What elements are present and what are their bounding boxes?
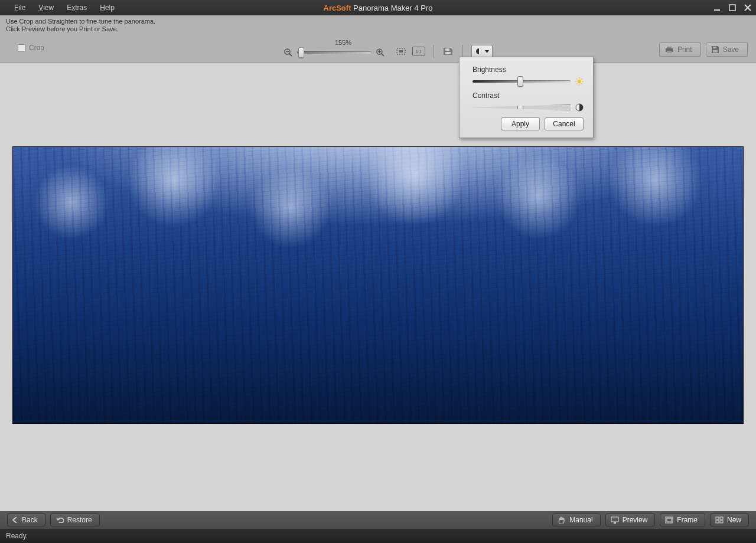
svg-rect-38 bbox=[720, 521, 723, 523]
restore-button[interactable]: Restore bbox=[50, 513, 100, 526]
zoom-value: 155% bbox=[317, 39, 351, 46]
svg-rect-20 bbox=[713, 50, 718, 53]
undo-icon bbox=[56, 517, 64, 523]
svg-rect-34 bbox=[667, 518, 672, 522]
hint-text: Use Crop and Straighten to fine-tune the… bbox=[0, 15, 756, 35]
svg-line-27 bbox=[581, 83, 582, 84]
maximize-button[interactable] bbox=[728, 3, 737, 12]
svg-line-8 bbox=[382, 54, 384, 56]
zoom-slider-thumb[interactable] bbox=[298, 47, 304, 58]
save-as-icon[interactable] bbox=[442, 46, 454, 57]
zoom-in-icon[interactable] bbox=[375, 47, 386, 58]
apply-button[interactable]: Apply bbox=[501, 117, 540, 130]
crop-label: Crop bbox=[29, 44, 44, 52]
close-button[interactable] bbox=[743, 3, 752, 12]
zoom-slider[interactable] bbox=[297, 51, 372, 54]
brightness-label: Brightness bbox=[472, 66, 584, 74]
separator bbox=[434, 45, 434, 58]
svg-rect-19 bbox=[713, 47, 716, 48]
contrast-label: Contrast bbox=[472, 91, 584, 100]
svg-line-5 bbox=[289, 54, 292, 56]
arrow-left-icon bbox=[12, 517, 18, 523]
toolbar: Crop 155% 1:1 bbox=[0, 35, 756, 63]
brightness-contrast-dropdown[interactable] bbox=[471, 45, 493, 58]
manual-button[interactable]: Manual bbox=[552, 513, 600, 526]
printer-icon bbox=[664, 45, 674, 54]
menu-bar: File View Extras Help bbox=[0, 2, 120, 14]
svg-rect-31 bbox=[611, 517, 618, 522]
menu-view[interactable]: View bbox=[32, 2, 60, 14]
window-title: ArcSoft Panorama Maker 4 Pro bbox=[324, 4, 433, 12]
crop-checkbox[interactable]: Crop bbox=[18, 44, 44, 52]
grid-icon bbox=[715, 516, 724, 524]
svg-rect-13 bbox=[445, 48, 449, 51]
hand-icon bbox=[558, 516, 566, 524]
svg-line-26 bbox=[576, 78, 578, 80]
svg-rect-17 bbox=[667, 47, 672, 48]
canvas-area bbox=[2, 63, 754, 511]
sun-icon bbox=[575, 77, 584, 86]
checkbox-icon bbox=[18, 44, 25, 52]
status-text: Ready. bbox=[6, 532, 28, 540]
fit-screen-icon[interactable] bbox=[396, 46, 406, 57]
svg-rect-14 bbox=[445, 52, 451, 54]
print-button[interactable]: Print bbox=[659, 42, 701, 57]
svg-rect-1 bbox=[729, 5, 735, 11]
title-bar: File View Extras Help ArcSoft Panorama M… bbox=[0, 0, 756, 15]
menu-file[interactable]: File bbox=[8, 2, 31, 14]
actual-size-button[interactable]: 1:1 bbox=[412, 47, 425, 56]
frame-icon bbox=[665, 516, 673, 524]
svg-rect-37 bbox=[716, 521, 719, 523]
panorama-image[interactable] bbox=[12, 146, 744, 424]
contrast-icon bbox=[575, 103, 584, 112]
brightness-slider[interactable] bbox=[472, 80, 571, 83]
svg-line-28 bbox=[581, 78, 582, 80]
svg-line-29 bbox=[576, 83, 578, 84]
save-button[interactable]: Save bbox=[706, 42, 748, 57]
svg-rect-36 bbox=[720, 517, 723, 519]
preview-button[interactable]: Preview bbox=[605, 513, 656, 526]
brightness-contrast-panel: Brightness Contrast Apply Cancel bbox=[459, 57, 594, 138]
new-button[interactable]: New bbox=[710, 513, 749, 526]
menu-extras[interactable]: Extras bbox=[61, 2, 93, 14]
frame-button[interactable]: Frame bbox=[660, 513, 705, 526]
cancel-button[interactable]: Cancel bbox=[545, 117, 584, 130]
contrast-slider[interactable] bbox=[472, 104, 571, 110]
svg-point-21 bbox=[578, 80, 581, 83]
minimize-button[interactable] bbox=[712, 3, 722, 12]
svg-rect-35 bbox=[716, 517, 719, 519]
brightness-slider-thumb[interactable] bbox=[517, 76, 523, 87]
svg-rect-18 bbox=[667, 51, 672, 53]
svg-rect-12 bbox=[399, 50, 403, 53]
menu-help[interactable]: Help bbox=[94, 2, 120, 14]
bottom-bar: Back Restore Manual Preview Frame New bbox=[0, 511, 756, 529]
monitor-icon bbox=[611, 516, 619, 524]
separator bbox=[462, 45, 463, 58]
diskette-icon bbox=[711, 45, 719, 54]
status-bar: Ready. bbox=[0, 529, 756, 543]
back-button[interactable]: Back bbox=[7, 513, 45, 526]
contrast-slider-thumb[interactable] bbox=[517, 102, 523, 113]
zoom-out-icon[interactable] bbox=[283, 47, 294, 58]
